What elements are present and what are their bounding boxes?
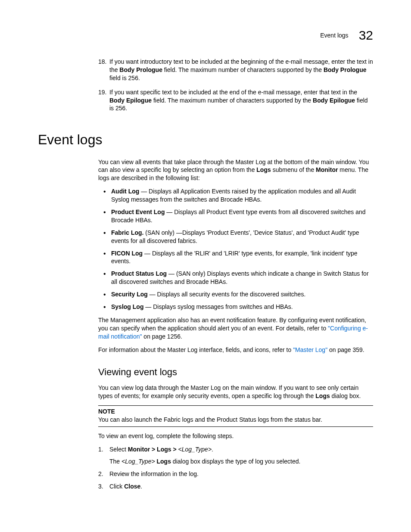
note-label: NOTE [98,408,373,416]
step-body: If you want specific text to be included… [109,88,373,113]
log-types-list: Audit Log — Displays all Application Eve… [98,187,373,311]
step-item: 3. Click Close. [98,482,373,491]
section-heading-event-logs: Event logs [38,131,373,149]
note-rule-top [98,405,373,406]
intro-paragraph: You can view all events that take place … [98,158,373,183]
page-header: Event logs 32 [320,27,373,44]
note-rule-bottom [98,426,373,427]
step-item: 2. Review the information in the log. [98,470,373,478]
masterlog-paragraph: For information about the Master Log int… [98,346,373,354]
step-number: 3. [98,482,109,491]
list-item: Audit Log — Displays all Application Eve… [98,187,373,204]
step-number: 2. [98,470,109,478]
list-item: Security Log — Displays all security eve… [98,290,373,299]
note-text: You can also launch the Fabric logs and … [98,416,373,424]
step-number: 19. [98,88,109,113]
step-18: 18. If you want introductory text to be … [98,58,373,82]
chapter-number: 32 [359,27,373,44]
list-item: Product Event Log — Displays all Product… [98,208,373,224]
step-body: If you want introductory text to be incl… [109,58,373,82]
steps-list: 1. Select Monitor > Logs > <Log_Type>. T… [98,445,373,491]
steps-intro: To view an event log, complete the follo… [98,432,373,440]
step-number: 1. [98,445,109,466]
notification-paragraph: The Management application also has an e… [98,316,373,341]
viewing-intro: You can view log data through the Master… [98,384,373,400]
subsection-heading-viewing: Viewing event logs [98,366,373,379]
list-item: Syslog Log — Displays syslog messages fr… [98,303,373,311]
header-title: Event logs [320,31,348,40]
step-body: Review the information in the log. [109,470,199,478]
note-box: NOTE You can also launch the Fabric logs… [98,405,373,427]
step-body: Select Monitor > Logs > <Log_Type>. The … [109,445,300,466]
link-master-log[interactable]: "Master Log" [293,346,327,353]
step-item: 1. Select Monitor > Logs > <Log_Type>. T… [98,445,373,466]
list-item: FICON Log — Displays all the 'RLIR' and … [98,249,373,266]
step-number: 18. [98,58,109,82]
list-item: Fabric Log. (SAN only) —Displays 'Produc… [98,229,373,245]
step-19: 19. If you want specific text to be incl… [98,88,373,113]
step-body: Click Close. [109,482,142,491]
page-content: 18. If you want introductory text to be … [0,0,411,491]
list-item: Product Status Log — (SAN only) Displays… [98,270,373,286]
